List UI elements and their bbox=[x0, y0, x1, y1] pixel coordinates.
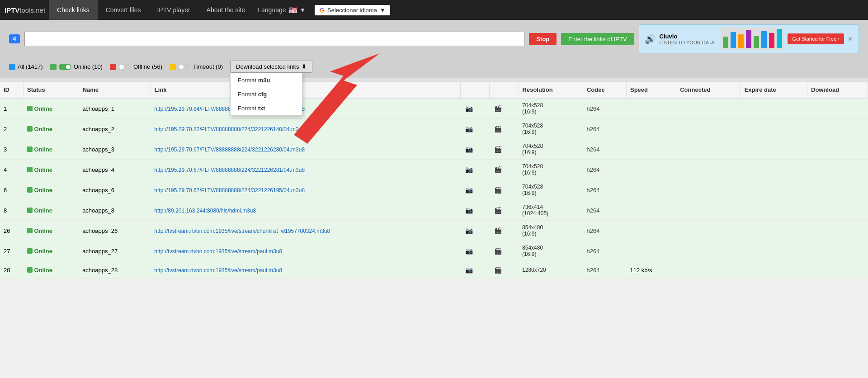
nav-language[interactable]: Language 🇺🇸 ▼ bbox=[253, 6, 310, 14]
link-url[interactable]: http://195.29.70.67/PLTV/88888888/224/32… bbox=[154, 167, 305, 173]
player-icon[interactable]: 🎬 bbox=[493, 185, 503, 195]
resolution-value: 854x480 bbox=[522, 245, 579, 251]
player-icon[interactable]: 🎬 bbox=[493, 226, 503, 236]
cell-codec: h264 bbox=[583, 200, 626, 221]
link-url[interactable]: http://195.29.70.67/PLTV/88888888/224/32… bbox=[154, 146, 305, 153]
table-row: 8 Online achoapps_8 http://89.201.163.24… bbox=[0, 200, 868, 221]
aspect-ratio: (16:9) bbox=[522, 170, 579, 176]
link-url[interactable]: http://195.29.70.82/PLTV/88888888/224/32… bbox=[154, 126, 305, 132]
col-id: ID bbox=[0, 82, 24, 98]
nav-iptv-player[interactable]: IPTV player bbox=[149, 0, 198, 20]
cell-codec: h264 bbox=[583, 119, 626, 139]
cell-download bbox=[807, 98, 868, 119]
filter-timeout[interactable]: Timeout (0) bbox=[170, 63, 223, 70]
ad-cta-button[interactable]: Get Started for Free › bbox=[788, 33, 844, 44]
player-icon[interactable]: 🎬 bbox=[493, 144, 503, 154]
stop-button[interactable]: Stop bbox=[529, 33, 557, 45]
screenshot-icon[interactable]: 📷 bbox=[464, 226, 474, 236]
cell-speed bbox=[626, 139, 676, 160]
google-translate[interactable]: G Seleccionar idioma ▼ bbox=[315, 5, 390, 15]
cell-speed: 112 kb/s bbox=[626, 261, 676, 279]
cell-status: Online bbox=[24, 241, 79, 261]
timeout-toggle[interactable] bbox=[178, 64, 191, 70]
cell-resolution: 704x528 (16:9) bbox=[519, 98, 583, 119]
screenshot-icon[interactable]: 📷 bbox=[464, 265, 474, 275]
url-input[interactable] bbox=[24, 32, 525, 46]
format-cfg-option[interactable]: Format cfg bbox=[231, 87, 302, 101]
cell-id: 27 bbox=[0, 241, 24, 261]
ad-chart bbox=[721, 28, 784, 50]
resolution-value: 704x528 bbox=[522, 102, 579, 109]
format-txt-option[interactable]: Format txt bbox=[231, 101, 302, 115]
table-row: 6 Online achoapps_6 http://195.29.70.67/… bbox=[0, 180, 868, 200]
player-icon[interactable]: 🎬 bbox=[493, 265, 503, 275]
chevron-down-icon: ▼ bbox=[300, 6, 306, 14]
cell-speed bbox=[626, 200, 676, 221]
cell-player: 🎬 bbox=[490, 98, 519, 119]
link-url[interactable]: http://tvstream.rtvbn.com:1935/live/stre… bbox=[154, 267, 282, 274]
table-header-row: ID Status Name Link Resolution Codec Spe… bbox=[0, 82, 868, 98]
col-player bbox=[490, 82, 519, 98]
cell-speed bbox=[626, 180, 676, 200]
cell-name: achoapps_1 bbox=[79, 98, 151, 119]
player-icon[interactable]: 🎬 bbox=[493, 124, 503, 134]
svg-rect-2 bbox=[738, 34, 744, 48]
online-status-dot bbox=[27, 248, 33, 254]
player-icon[interactable]: 🎬 bbox=[493, 104, 503, 113]
cell-player: 🎬 bbox=[490, 139, 519, 160]
player-icon[interactable]: 🎬 bbox=[493, 246, 503, 256]
status-online: Online bbox=[27, 166, 75, 173]
cell-id: 6 bbox=[0, 180, 24, 200]
filter-offline[interactable]: Offline (56) bbox=[110, 63, 162, 70]
cell-screenshot: 📷 bbox=[460, 241, 489, 261]
download-selected-button[interactable]: Download selected links ⬇ bbox=[230, 61, 312, 73]
nav-check-links[interactable]: Check links bbox=[49, 0, 98, 20]
cell-id: 28 bbox=[0, 261, 24, 279]
all-color-dot bbox=[9, 64, 15, 70]
cell-resolution: 1280x720 bbox=[519, 261, 583, 279]
ad-close-button[interactable]: ✕ bbox=[848, 35, 853, 43]
table-row: 2 Online achoapps_2 http://195.29.70.82/… bbox=[0, 119, 868, 139]
cell-id: 4 bbox=[0, 160, 24, 180]
cell-id: 8 bbox=[0, 200, 24, 221]
cell-id: 3 bbox=[0, 139, 24, 160]
nav-convert-files[interactable]: Convert files bbox=[98, 0, 149, 20]
player-icon[interactable]: 🎬 bbox=[493, 165, 503, 175]
screenshot-icon[interactable]: 📷 bbox=[464, 165, 474, 175]
online-status-dot bbox=[27, 167, 33, 172]
link-url[interactable]: http://89.201.163.244:8080/hls/hdmi.m3u8 bbox=[154, 208, 256, 214]
table-row: 27 Online achoapps_27 http://tvstream.rt… bbox=[0, 241, 868, 261]
format-m3u-option[interactable]: Format m3u bbox=[231, 73, 302, 87]
cell-link: http://195.29.70.84/PLTV/88888888/224/32… bbox=[151, 98, 460, 119]
link-url[interactable]: http://tvstream.rtvbn.com:1935/live/stre… bbox=[154, 228, 330, 234]
cell-connected bbox=[676, 221, 741, 241]
offline-toggle[interactable] bbox=[118, 64, 131, 70]
screenshot-icon[interactable]: 📷 bbox=[464, 246, 474, 256]
screenshot-icon[interactable]: 📷 bbox=[464, 104, 474, 113]
cell-name: achoapps_6 bbox=[79, 180, 151, 200]
filter-online[interactable]: Online (10) bbox=[50, 63, 103, 70]
col-download: Download bbox=[807, 82, 868, 98]
screenshot-icon[interactable]: 📷 bbox=[464, 185, 474, 195]
nav-brand: IPTVtools.net bbox=[5, 6, 45, 14]
offline-color-dot bbox=[110, 64, 116, 70]
screenshot-icon[interactable]: 📷 bbox=[464, 144, 474, 154]
online-status-dot bbox=[27, 146, 33, 152]
online-toggle[interactable] bbox=[59, 64, 71, 70]
cell-codec: h264 bbox=[583, 261, 626, 279]
col-codec: Codec bbox=[583, 82, 626, 98]
cell-expire bbox=[741, 139, 807, 160]
cell-speed bbox=[626, 241, 676, 261]
cell-resolution: 704x528 (16:9) bbox=[519, 180, 583, 200]
link-url[interactable]: http://tvstream.rtvbn.com:1935/live/stre… bbox=[154, 248, 282, 255]
player-icon[interactable]: 🎬 bbox=[493, 205, 503, 215]
cell-screenshot: 📷 bbox=[460, 200, 489, 221]
link-url[interactable]: http://195.29.70.67/PLTV/88888888/224/32… bbox=[154, 187, 305, 194]
status-online: Online bbox=[27, 146, 75, 153]
cell-player: 🎬 bbox=[490, 119, 519, 139]
filter-all[interactable]: All (1417) bbox=[9, 63, 43, 70]
nav-about-site[interactable]: About the site bbox=[198, 0, 254, 20]
screenshot-icon[interactable]: 📷 bbox=[464, 205, 474, 215]
screenshot-icon[interactable]: 📷 bbox=[464, 124, 474, 134]
enter-links-button[interactable]: Enter the links of IPTV bbox=[561, 33, 634, 45]
